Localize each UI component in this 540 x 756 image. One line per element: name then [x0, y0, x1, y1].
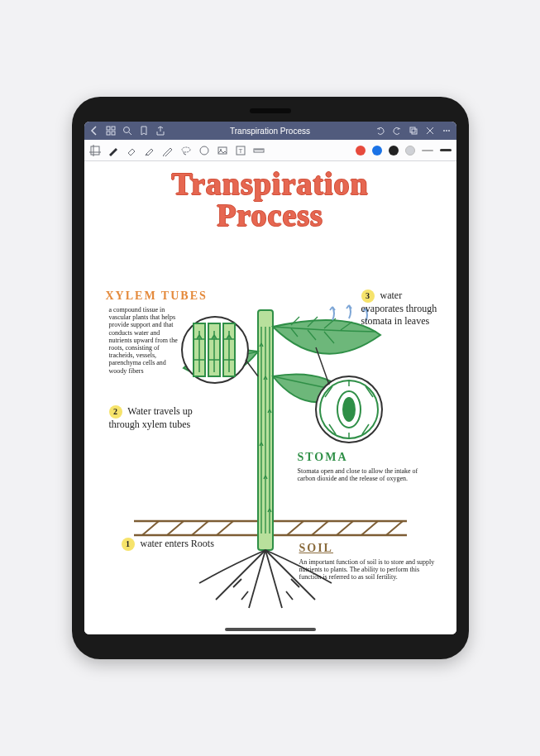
front-camera: [250, 108, 291, 113]
xylem-heading: XYLEM TUBES: [106, 289, 208, 303]
eraser-tool-icon[interactable]: [126, 145, 137, 156]
lasso-tool-icon[interactable]: [180, 145, 192, 156]
svg-rect-1: [112, 127, 115, 130]
ruler-tool-icon[interactable]: [253, 145, 265, 156]
step-1-label: 1 water enters Roots: [122, 538, 221, 551]
svg-rect-2: [107, 132, 110, 135]
svg-line-5: [129, 132, 131, 135]
pen-tool-icon[interactable]: [108, 145, 119, 156]
svg-point-4: [123, 127, 129, 133]
color-grey[interactable]: [405, 146, 415, 156]
color-black[interactable]: [389, 146, 399, 156]
more-icon[interactable]: [442, 126, 452, 136]
svg-line-35: [312, 521, 328, 535]
svg-point-17: [200, 146, 208, 155]
step-3-badge: 3: [361, 289, 375, 303]
pencil-tool-icon[interactable]: [162, 145, 174, 156]
stroke-thin[interactable]: [422, 150, 433, 151]
toolbar: T: [84, 140, 456, 161]
shape-tool-icon[interactable]: [198, 145, 210, 156]
svg-point-59: [343, 398, 355, 421]
color-red[interactable]: [356, 146, 366, 156]
app-screen: Transpiration Process: [84, 122, 456, 634]
image-tool-icon[interactable]: [217, 145, 228, 156]
svg-rect-6: [410, 127, 415, 132]
drawing-canvas[interactable]: Transpiration Process: [84, 161, 456, 634]
soil-description: An important function of soil is to stor…: [299, 558, 440, 581]
navbar-left-group: [89, 126, 165, 136]
svg-line-33: [217, 521, 233, 535]
step-1-text: water enters Roots: [141, 538, 214, 549]
svg-point-11: [446, 130, 447, 132]
highlighter-tool-icon[interactable]: [144, 145, 155, 156]
copy-icon[interactable]: [409, 126, 418, 136]
back-icon[interactable]: [89, 126, 99, 136]
crop-tool-icon[interactable]: [89, 145, 101, 156]
color-blue[interactable]: [372, 146, 382, 156]
svg-line-37: [361, 521, 378, 535]
document-title[interactable]: Transpiration Process: [172, 127, 369, 136]
svg-line-56: [246, 360, 258, 376]
svg-rect-0: [107, 127, 110, 130]
svg-line-36: [337, 521, 353, 535]
soil-heading: SOIL: [299, 542, 333, 555]
ipad-frame: Transpiration Process: [72, 97, 469, 659]
svg-text:T: T: [238, 147, 242, 155]
svg-point-10: [443, 130, 445, 132]
close-icon[interactable]: [425, 126, 435, 136]
navbar-right-group: [375, 126, 452, 136]
navbar: Transpiration Process: [84, 122, 456, 140]
step-1-badge: 1: [122, 538, 135, 551]
search-icon[interactable]: [122, 126, 132, 136]
svg-line-34: [287, 521, 303, 535]
home-indicator[interactable]: [225, 628, 316, 631]
step-2-badge: 2: [109, 405, 122, 419]
undo-icon[interactable]: [375, 126, 385, 136]
stroke-med[interactable]: [440, 149, 452, 151]
svg-line-31: [167, 521, 184, 535]
stoma-description: Stomata open and close to allow the inta…: [298, 467, 430, 482]
step-2-label: 2 Water travels up through xylem tubes: [109, 405, 225, 431]
svg-line-30: [142, 521, 159, 535]
svg-point-12: [448, 130, 450, 132]
svg-rect-13: [91, 146, 99, 155]
step-3-label: 3 water evaporates through stomata in le…: [361, 289, 440, 328]
text-tool-icon[interactable]: T: [235, 145, 246, 156]
svg-line-32: [192, 521, 208, 535]
svg-rect-18: [218, 147, 227, 154]
svg-point-16: [182, 147, 190, 152]
share-icon[interactable]: [155, 126, 165, 136]
svg-line-38: [386, 521, 403, 535]
stoma-heading: STOMA: [298, 451, 348, 464]
svg-rect-3: [112, 132, 115, 135]
grid-icon[interactable]: [106, 126, 116, 136]
svg-rect-7: [412, 129, 417, 134]
redo-icon[interactable]: [392, 126, 402, 136]
xylem-description: a compound tissue in vascular plants tha…: [109, 306, 184, 375]
bookmark-icon[interactable]: [139, 126, 149, 136]
